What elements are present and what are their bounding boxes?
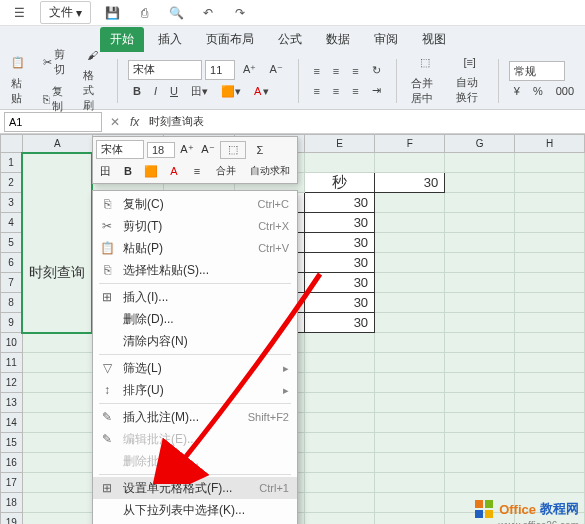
svg-rect-2 [475, 510, 483, 518]
bold-icon[interactable]: B [119, 162, 137, 180]
row-header[interactable]: 1 [1, 153, 23, 173]
menu-copy[interactable]: ⎘复制(C)Ctrl+C [93, 193, 297, 215]
orientation-icon[interactable]: ↻ [367, 61, 386, 80]
merge-center-button[interactable]: ⬚ [415, 53, 435, 72]
number-format-select[interactable]: 常规 [509, 61, 565, 81]
svg-rect-3 [485, 510, 493, 518]
align-middle-icon[interactable]: ≡ [328, 62, 344, 80]
cancel-icon[interactable]: ✕ [106, 115, 124, 129]
align-icon[interactable]: ≡ [188, 162, 206, 180]
watermark: Office教程网 www.office26.com [473, 498, 579, 520]
title-bar: ☰ 文件 ▾ 💾 ⎙ 🔍 ↶ ↷ [0, 0, 585, 26]
paste-label: 粘贴 [6, 73, 30, 109]
wrap-label: 自动换行 [451, 72, 488, 108]
paste-button[interactable]: 📋 [6, 53, 30, 72]
align-top-icon[interactable]: ≡ [308, 62, 324, 80]
font-size-select[interactable]: 11 [205, 60, 235, 80]
font-select[interactable]: 宋体 [128, 60, 202, 80]
sort-icon: ↕ [99, 382, 115, 398]
filter-icon: ▽ [99, 360, 115, 376]
preview-icon[interactable]: 🔍 [165, 3, 187, 23]
menu-format-cells[interactable]: ⊞设置单元格格式(F)...Ctrl+1 [93, 477, 297, 499]
menu-delete[interactable]: 删除(D)... [93, 308, 297, 330]
menu-from-dropdown[interactable]: 从下拉列表中选择(K)... [93, 499, 297, 521]
cut-icon: ✂ [99, 218, 115, 234]
save-icon[interactable]: 💾 [101, 3, 123, 23]
name-box[interactable] [4, 112, 102, 132]
edit-comment-icon: ✎ [99, 431, 115, 447]
paste-special-icon: ⎘ [99, 262, 115, 278]
merge-label: 合并居中 [406, 73, 443, 109]
fill-color-icon[interactable]: 🟧 [142, 162, 160, 180]
menu-filter[interactable]: ▽筛选(L)▸ [93, 357, 297, 379]
tab-data[interactable]: 数据 [316, 27, 360, 52]
tab-insert[interactable]: 插入 [148, 27, 192, 52]
decrease-font-icon[interactable]: A⁻ [199, 141, 217, 159]
align-bottom-icon[interactable]: ≡ [347, 62, 363, 80]
wrap-text-button[interactable]: [≡] [458, 53, 481, 71]
office-logo-icon [473, 498, 495, 520]
format-cells-icon: ⊞ [99, 480, 115, 496]
fx-icon[interactable]: fx [124, 115, 145, 129]
autosum-button[interactable]: 自动求和 [246, 162, 294, 180]
sum-icon[interactable]: Σ [249, 141, 271, 159]
tab-formulas[interactable]: 公式 [268, 27, 312, 52]
bold-button[interactable]: B [128, 82, 146, 100]
align-center-icon[interactable]: ≡ [328, 82, 344, 100]
header-seconds[interactable]: 秒 [304, 173, 374, 193]
format-painter-button[interactable]: 🖌 [82, 46, 103, 64]
menu-insert-comment[interactable]: ✎插入批注(M)...Shift+F2 [93, 406, 297, 428]
tab-view[interactable]: 视图 [412, 27, 456, 52]
menu-icon[interactable]: ☰ [8, 3, 30, 23]
fill-color-button[interactable]: 🟧▾ [216, 82, 246, 101]
data-cell[interactable]: 30 [304, 193, 374, 213]
cut-button[interactable]: ✂ 剪切 [38, 44, 70, 80]
border-icon[interactable]: 田 [96, 162, 114, 180]
menu-insert[interactable]: ⊞插入(I)... [93, 286, 297, 308]
indent-icon[interactable]: ⇥ [367, 81, 386, 100]
file-menu-button[interactable]: 文件 ▾ [40, 1, 91, 24]
font-color-button[interactable]: A▾ [249, 82, 274, 101]
merge-button[interactable]: 合并 [211, 162, 241, 180]
undo-icon[interactable]: ↶ [197, 3, 219, 23]
increase-font-icon[interactable]: A⁺ [238, 60, 261, 79]
menu-paste[interactable]: 📋粘贴(P)Ctrl+V [93, 237, 297, 259]
mini-toolbar: 宋体 18 A⁺ A⁻ ⬚ Σ 田 B 🟧 A ≡ 合并 自动求和 [92, 136, 298, 184]
menu-delete-comment[interactable]: 删除批注(M)... [93, 450, 297, 472]
formula-bar[interactable]: 时刻查询表 [145, 114, 585, 129]
comma-icon[interactable]: 000 [551, 82, 579, 100]
italic-button[interactable]: I [149, 82, 162, 100]
menu-clear[interactable]: 清除内容(N) [93, 330, 297, 352]
context-menu: ⎘复制(C)Ctrl+C ✂剪切(T)Ctrl+X 📋粘贴(P)Ctrl+V ⎘… [92, 190, 298, 524]
currency-icon[interactable]: ¥ [509, 82, 525, 100]
spreadsheet-grid[interactable]: ABCDEFGH 1 时刻查询 2 秒30 3 17:22:30172230 4… [0, 134, 585, 524]
redo-icon[interactable]: ↷ [229, 3, 251, 23]
increase-font-icon[interactable]: A⁺ [178, 141, 196, 159]
formula-bar-row: ✕ fx 时刻查询表 [0, 110, 585, 134]
menu-edit-comment[interactable]: ✎编辑批注(E)... [93, 428, 297, 450]
decrease-font-icon[interactable]: A⁻ [264, 60, 287, 79]
menu-cut[interactable]: ✂剪切(T)Ctrl+X [93, 215, 297, 237]
data-cell[interactable]: 30 [375, 173, 445, 193]
percent-icon[interactable]: % [528, 82, 548, 100]
menu-sort[interactable]: ↕排序(U)▸ [93, 379, 297, 401]
ribbon: 📋 粘贴 ✂ 剪切 ⎘ 复制 🖌 格式刷 宋体 11 A⁺ A⁻ B I U 田… [0, 52, 585, 110]
merge-icon[interactable]: ⬚ [220, 141, 246, 159]
menu-paste-special[interactable]: ⎘选择性粘贴(S)... [93, 259, 297, 281]
chevron-down-icon: ▾ [76, 6, 82, 20]
font-color-icon[interactable]: A [165, 162, 183, 180]
underline-button[interactable]: U [165, 82, 183, 100]
svg-rect-1 [485, 500, 493, 508]
merged-cell-a[interactable]: 时刻查询 [22, 153, 92, 333]
print-icon[interactable]: ⎙ [133, 3, 155, 23]
format-painter-label: 格式刷 [78, 65, 107, 116]
align-left-icon[interactable]: ≡ [308, 82, 324, 100]
mini-size-select[interactable]: 18 [147, 142, 175, 158]
align-right-icon[interactable]: ≡ [347, 82, 363, 100]
tab-review[interactable]: 审阅 [364, 27, 408, 52]
border-button[interactable]: 田▾ [186, 81, 213, 102]
insert-icon: ⊞ [99, 289, 115, 305]
tab-page-layout[interactable]: 页面布局 [196, 27, 264, 52]
mini-font-select[interactable]: 宋体 [96, 140, 144, 159]
copy-icon: ⎘ [99, 196, 115, 212]
